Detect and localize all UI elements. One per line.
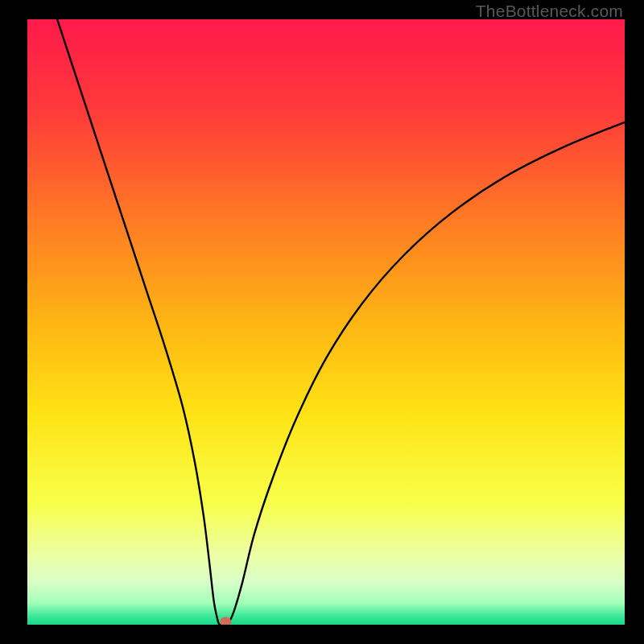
watermark-text: TheBottleneck.com: [476, 2, 623, 21]
chart-svg: [27, 19, 625, 625]
plot-area: [27, 19, 625, 625]
gradient-background: [27, 19, 625, 625]
chart-frame: TheBottleneck.com: [0, 0, 644, 644]
